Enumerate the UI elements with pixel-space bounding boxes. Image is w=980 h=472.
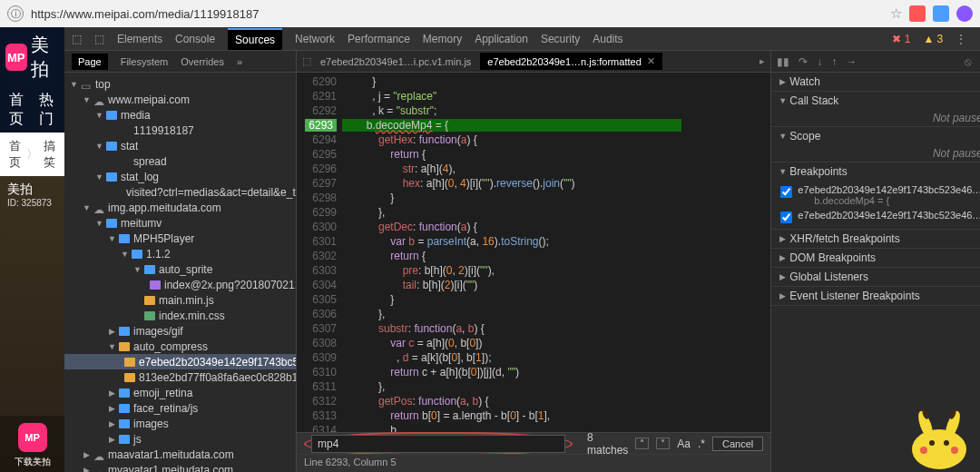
tree-node[interactable]: ▼▭top bbox=[64, 76, 296, 92]
tree-node[interactable]: ▼MPH5Player bbox=[64, 231, 296, 246]
profile-icon[interactable] bbox=[956, 5, 973, 22]
tab-sources[interactable]: Sources bbox=[228, 28, 282, 50]
video-player[interactable]: 美拍 ID: 325873 MP 下载美拍 bbox=[0, 176, 64, 472]
ext-icon[interactable] bbox=[933, 5, 949, 22]
bp-checkbox[interactable] bbox=[780, 186, 792, 198]
search-input[interactable] bbox=[311, 435, 565, 453]
tree-node[interactable]: spread bbox=[64, 153, 296, 169]
tree-node[interactable]: ▼☁img.app.meitudata.com bbox=[64, 200, 296, 215]
nav-home[interactable]: 首页 bbox=[9, 91, 26, 129]
video-watermark: 美拍 ID: 325873 bbox=[7, 182, 52, 208]
nav-hot[interactable]: 热门 bbox=[39, 91, 56, 129]
warning-count[interactable]: ▲ 3 bbox=[923, 33, 943, 45]
nav-icon[interactable]: ⬚ bbox=[302, 55, 311, 67]
logo[interactable]: MP 美拍 bbox=[0, 27, 64, 87]
tree-node[interactable]: ▶☁maavatar1.meitudata.com bbox=[64, 447, 296, 462]
debug-controls: ▮▮ ↷ ↓ ↑ → ⦸ ⬢ bbox=[771, 51, 980, 73]
step-over-icon[interactable]: ↷ bbox=[799, 55, 808, 68]
file-tree: Page Filesystem Overrides » ▼▭top▼☁www.m… bbox=[64, 51, 297, 472]
device-icon[interactable]: ⬚ bbox=[94, 33, 104, 45]
more-icon[interactable]: ▸ bbox=[760, 55, 765, 67]
tree-node[interactable]: ▶face_retina/js bbox=[64, 400, 296, 416]
crumb-category[interactable]: 搞笑 bbox=[44, 138, 55, 171]
regex-button[interactable]: .* bbox=[698, 438, 705, 450]
bookmark-icon[interactable]: ☆ bbox=[890, 5, 902, 22]
tree-node[interactable]: ▼auto_compress bbox=[64, 339, 296, 354]
tab-network[interactable]: Network bbox=[295, 33, 335, 45]
tree-node[interactable]: ▼☁www.meipai.com bbox=[64, 92, 296, 107]
tree-tab-filesystem[interactable]: Filesystem bbox=[121, 56, 169, 67]
tab-elements[interactable]: Elements bbox=[117, 33, 162, 45]
tree-node[interactable]: ▼stat bbox=[64, 138, 296, 153]
tree-node[interactable]: ▶js bbox=[64, 431, 296, 447]
step-into-icon[interactable]: ↓ bbox=[817, 55, 822, 68]
tree-node[interactable]: ▼media bbox=[64, 107, 296, 123]
url-text[interactable]: https://www.meipai.com/media/1119918187 bbox=[31, 7, 883, 21]
tree-tab-page[interactable]: Page bbox=[72, 54, 108, 70]
tab-memory[interactable]: Memory bbox=[423, 33, 462, 45]
scope-section[interactable]: ▼Scope bbox=[771, 127, 980, 145]
callstack-section[interactable]: ▼Call Stack bbox=[771, 92, 980, 110]
error-count[interactable]: ✖ 1 bbox=[892, 33, 910, 45]
tree-tabs: Page Filesystem Overrides » bbox=[64, 51, 296, 73]
site-info-icon[interactable]: ⓘ bbox=[7, 5, 24, 22]
tab-application[interactable]: Application bbox=[475, 33, 528, 45]
settings-icon[interactable]: ⋮ bbox=[956, 33, 966, 45]
breakpoints-section[interactable]: ▼Breakpoints bbox=[771, 162, 980, 181]
devtools-tabbar: ⬚ ⬚ Elements Console Sources Network Per… bbox=[64, 27, 980, 51]
match-case-button[interactable]: Aa bbox=[677, 438, 691, 450]
step-out-icon[interactable]: ↑ bbox=[831, 55, 837, 68]
file-tabs: ⬚ e7ebed2b20349e1…i.pc.v1.min.js e7ebed2… bbox=[297, 51, 770, 73]
more-icon[interactable]: » bbox=[237, 56, 242, 67]
match-count: 8 matches bbox=[587, 431, 628, 457]
tree-node[interactable]: visited?ctrl=medias&act=detail&e_t=… bbox=[64, 184, 296, 200]
tree-tab-overrides[interactable]: Overrides bbox=[181, 56, 224, 67]
tree-node[interactable]: ▶images bbox=[64, 416, 296, 431]
prev-match-button[interactable]: ˄ bbox=[635, 438, 649, 449]
dom-bp-section[interactable]: ▶DOM Breakpoints bbox=[771, 249, 980, 267]
tree-node[interactable]: ▼meitumv bbox=[64, 215, 296, 231]
meipai-page: MP 美拍 首页 热门 首页 〉 搞笑 美拍 ID: 325873 MP 下载美… bbox=[0, 27, 64, 472]
tree-node[interactable]: index@2x.png?2018070211043… bbox=[64, 277, 296, 292]
breakpoint-item[interactable]: e7ebed2b20349e142e9f1743bc523e46.meipai…… bbox=[777, 182, 980, 208]
file-tab[interactable]: e7ebed2b20349e1…i.pc.v1.min.js bbox=[313, 54, 478, 70]
tree-node[interactable]: ▶☁mvavatar1.meitudata.com bbox=[64, 462, 296, 472]
tab-audits[interactable]: Audits bbox=[593, 33, 622, 45]
breakpoint-item[interactable]: e7ebed2b20349e142e9f1743bc523e46.meipai… bbox=[777, 208, 980, 225]
crumb-home[interactable]: 首页 bbox=[9, 138, 21, 171]
logo-badge: MP bbox=[5, 44, 27, 71]
tab-console[interactable]: Console bbox=[175, 33, 215, 45]
deactivate-bp-icon[interactable]: ⦸ bbox=[965, 55, 972, 68]
tree-node[interactable]: ▼auto_sprite bbox=[64, 261, 296, 277]
tree-node[interactable]: main.min.js bbox=[64, 292, 296, 308]
event-bp-section[interactable]: ▶Event Listener Breakpoints bbox=[771, 287, 980, 305]
close-icon[interactable]: ✕ bbox=[647, 55, 655, 67]
tree-node[interactable]: ▶emoji_retina bbox=[64, 385, 296, 400]
tree-node[interactable]: e7ebed2b20349e142e9f1743bc523… bbox=[64, 354, 296, 369]
tree-node[interactable]: 1119918187 bbox=[64, 123, 296, 138]
code-view[interactable]: 6290629162926293629462956296629762986299… bbox=[297, 73, 770, 432]
tab-security[interactable]: Security bbox=[541, 33, 580, 45]
logo-text: 美拍 bbox=[31, 33, 59, 82]
global-listeners-section[interactable]: ▶Global Listeners bbox=[771, 268, 980, 286]
tree-node[interactable]: ▶images/gif bbox=[64, 323, 296, 339]
tree-node[interactable]: ▼1.1.2 bbox=[64, 246, 296, 261]
tree-node[interactable]: ▼stat_log bbox=[64, 169, 296, 184]
inspect-icon[interactable]: ⬚ bbox=[72, 33, 82, 45]
pause-icon[interactable]: ▮▮ bbox=[777, 55, 789, 68]
cancel-button[interactable]: Cancel bbox=[712, 437, 763, 451]
editor: ⬚ e7ebed2b20349e1…i.pc.v1.min.js e7ebed2… bbox=[297, 51, 770, 472]
file-tab[interactable]: e7ebed2b20349e1…n.js:formatted✕ bbox=[480, 53, 662, 70]
devtools: ⬚ ⬚ Elements Console Sources Network Per… bbox=[64, 27, 980, 472]
step-icon[interactable]: → bbox=[846, 55, 857, 68]
download-app-icon[interactable]: MP bbox=[18, 423, 47, 452]
watch-section[interactable]: ▶Watch bbox=[771, 73, 980, 91]
chevron-right-icon: 〉 bbox=[26, 146, 38, 162]
ext-icon[interactable] bbox=[909, 5, 926, 22]
tree-node[interactable]: index.min.css bbox=[64, 308, 296, 323]
xhr-bp-section[interactable]: ▶XHR/fetch Breakpoints bbox=[771, 230, 980, 248]
bp-checkbox[interactable] bbox=[780, 211, 792, 223]
next-match-button[interactable]: ˅ bbox=[656, 438, 670, 449]
tab-performance[interactable]: Performance bbox=[348, 33, 410, 45]
tree-node[interactable]: 813ee2bd77ff0a8fa6aec0c828b16e… bbox=[64, 369, 296, 385]
